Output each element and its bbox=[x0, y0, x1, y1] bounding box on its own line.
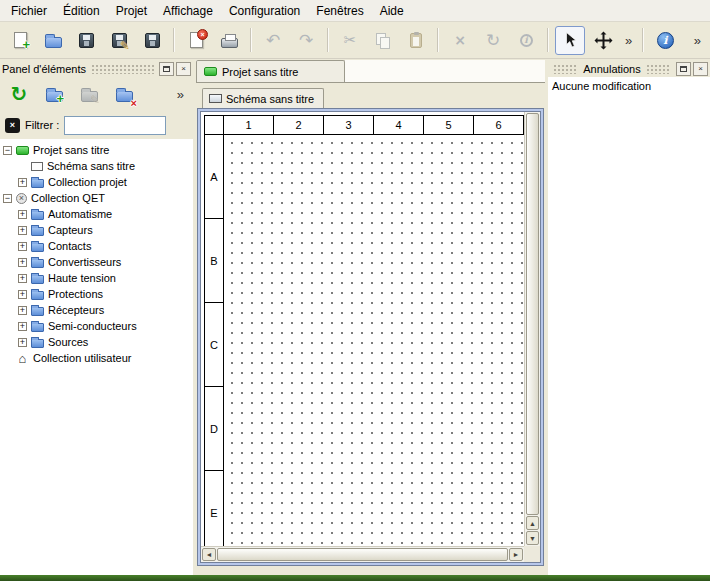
tree-item[interactable]: +Contacts bbox=[0, 238, 193, 254]
row-header: A bbox=[204, 135, 224, 219]
print-button[interactable] bbox=[214, 26, 244, 55]
menu-item[interactable]: Édition bbox=[55, 2, 108, 20]
save-all-button[interactable] bbox=[137, 26, 167, 55]
tree-item[interactable]: Schéma sans titre bbox=[0, 158, 193, 174]
rotate-button[interactable]: ↻ bbox=[478, 26, 508, 55]
tree-item[interactable]: +Récepteurs bbox=[0, 302, 193, 318]
undo-panel-titlebar: Annulations × bbox=[548, 60, 710, 77]
expand-icon[interactable]: + bbox=[18, 258, 27, 267]
undo-history-list[interactable]: Aucune modification bbox=[548, 77, 710, 575]
save-button[interactable] bbox=[71, 26, 101, 55]
expand-icon[interactable]: + bbox=[18, 322, 27, 331]
redo-button[interactable]: ↷ bbox=[291, 26, 321, 55]
expand-icon[interactable]: + bbox=[18, 338, 27, 347]
menu-item[interactable]: Fenêtres bbox=[308, 2, 371, 20]
new-project-button[interactable]: + bbox=[5, 26, 35, 55]
folder-icon bbox=[31, 307, 44, 316]
scroll-right-button[interactable]: ► bbox=[509, 548, 523, 561]
copy-button[interactable] bbox=[368, 26, 398, 55]
undo-panel-title: Annulations bbox=[583, 63, 641, 75]
tree-item[interactable]: +Sources bbox=[0, 334, 193, 350]
filter-input[interactable] bbox=[64, 116, 166, 135]
dock-grip[interactable] bbox=[646, 64, 671, 74]
menu-bar: FichierÉditionProjetAffichageConfigurati… bbox=[0, 0, 710, 22]
tab-schema[interactable]: Schéma sans titre bbox=[202, 88, 324, 108]
collapse-icon[interactable]: − bbox=[3, 194, 12, 203]
element-info-button[interactable]: i bbox=[511, 26, 541, 55]
tree-item[interactable]: +Automatisme bbox=[0, 206, 193, 222]
expand-icon[interactable]: + bbox=[18, 274, 27, 283]
close-panel-button[interactable]: × bbox=[693, 62, 708, 76]
edit-element-button[interactable]: ✎ bbox=[75, 80, 103, 108]
menu-item[interactable]: Configuration bbox=[221, 2, 308, 20]
open-project-button[interactable] bbox=[38, 26, 68, 55]
menu-item[interactable]: Fichier bbox=[3, 2, 55, 20]
selection-mode-button[interactable] bbox=[555, 26, 585, 55]
vertical-scrollbar[interactable]: ▲ ▼ bbox=[524, 112, 540, 546]
about-button[interactable]: i bbox=[650, 26, 680, 55]
qet-icon bbox=[16, 193, 27, 204]
dock-grip[interactable] bbox=[91, 64, 154, 74]
folder-icon bbox=[31, 243, 44, 252]
diagram-viewport[interactable]: 123456 ABCDE bbox=[201, 112, 524, 546]
delete-element-button[interactable]: × bbox=[110, 80, 138, 108]
float-panel-button[interactable] bbox=[159, 62, 174, 76]
close-panel-button[interactable]: × bbox=[176, 62, 191, 76]
tree-item-label: Schéma sans titre bbox=[47, 161, 135, 172]
dock-grip[interactable] bbox=[553, 64, 578, 74]
expand-icon[interactable]: + bbox=[18, 226, 27, 235]
float-icon bbox=[680, 66, 687, 72]
schema-monitor-icon bbox=[209, 94, 222, 103]
collapse-icon[interactable]: − bbox=[3, 146, 12, 155]
vertical-scroll-thumb[interactable] bbox=[526, 113, 539, 515]
column-headers: 123456 bbox=[204, 115, 524, 135]
tree-item[interactable]: +Capteurs bbox=[0, 222, 193, 238]
tree-item[interactable]: +Protections bbox=[0, 286, 193, 302]
cut-button[interactable]: ✂ bbox=[335, 26, 365, 55]
expand-icon[interactable]: + bbox=[18, 306, 27, 315]
about-info-icon: i bbox=[657, 32, 674, 49]
float-panel-button[interactable] bbox=[676, 62, 691, 76]
new-element-button[interactable]: + bbox=[40, 80, 68, 108]
scroll-left-button[interactable]: ◄ bbox=[202, 548, 216, 561]
help-toolbar-overflow-chevron[interactable]: » bbox=[690, 33, 705, 48]
toolbar-overflow-chevron[interactable]: » bbox=[621, 33, 636, 48]
close-project-button[interactable]: × bbox=[181, 26, 211, 55]
tree-item[interactable]: +Collection projet bbox=[0, 174, 193, 190]
menu-item[interactable]: Aide bbox=[372, 2, 412, 20]
tree-item[interactable]: −Projet sans titre bbox=[0, 142, 193, 158]
close-icon: × bbox=[181, 64, 186, 73]
tree-item[interactable]: −Collection QET bbox=[0, 190, 193, 206]
paste-button[interactable] bbox=[401, 26, 431, 55]
expand-icon[interactable]: + bbox=[18, 242, 27, 251]
menu-item[interactable]: Projet bbox=[108, 2, 155, 20]
horizontal-scrollbar[interactable]: ◄ ► bbox=[201, 546, 524, 562]
tree-item[interactable]: +Semi-conducteurs bbox=[0, 318, 193, 334]
clear-filter-icon[interactable]: × bbox=[5, 118, 20, 133]
scroll-up-button[interactable]: ▲ bbox=[526, 516, 539, 530]
main-toolbar: + ✎ × ↶ ↷ ✂ × ↻ i bbox=[0, 22, 710, 59]
panel-toolbar-overflow-chevron[interactable]: » bbox=[173, 87, 188, 102]
pan-mode-button[interactable] bbox=[588, 26, 618, 55]
delete-button[interactable]: × bbox=[445, 26, 475, 55]
expand-icon[interactable]: + bbox=[18, 178, 27, 187]
diagram-grid[interactable] bbox=[224, 135, 524, 546]
scroll-down-button[interactable]: ▼ bbox=[526, 531, 539, 545]
tree-item[interactable]: +Convertisseurs bbox=[0, 254, 193, 270]
tree-item[interactable]: Collection utilisateur bbox=[0, 350, 193, 366]
tree-item[interactable]: +Haute tension bbox=[0, 270, 193, 286]
expand-icon[interactable]: + bbox=[18, 210, 27, 219]
folder-icon bbox=[31, 259, 44, 268]
elements-panel-toolbar: ↻ + ✎ × » bbox=[0, 77, 193, 111]
undo-button[interactable]: ↶ bbox=[258, 26, 288, 55]
tab-project[interactable]: Projet sans titre bbox=[196, 60, 345, 82]
project-tab-bar: Projet sans titre bbox=[196, 60, 545, 83]
save-as-button[interactable]: ✎ bbox=[104, 26, 134, 55]
expand-icon[interactable]: + bbox=[18, 290, 27, 299]
menu-item[interactable]: Affichage bbox=[155, 2, 221, 20]
reload-collections-button[interactable]: ↻ bbox=[5, 80, 33, 108]
tree-item-label: Collection utilisateur bbox=[33, 353, 131, 364]
schema-window: 123456 ABCDE ▲ ▼ bbox=[197, 108, 544, 566]
horizontal-scroll-thumb[interactable] bbox=[217, 548, 508, 561]
open-folder-icon bbox=[45, 37, 62, 48]
